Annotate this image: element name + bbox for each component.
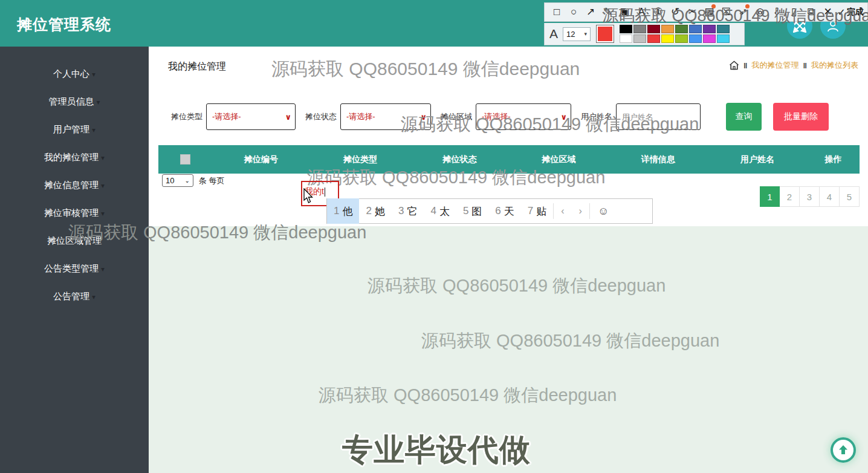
- sidebar-item-stall-region-mgmt[interactable]: 摊位区域管理: [0, 227, 149, 255]
- number-badge-tool-icon[interactable]: ①: [650, 3, 667, 21]
- record-tool-icon[interactable]: ◎: [751, 3, 768, 21]
- chevron-down-icon: ⌄: [185, 177, 190, 184]
- color-swatch[interactable]: [689, 25, 702, 33]
- color-swatch[interactable]: [661, 25, 674, 33]
- ime-candidate-7[interactable]: 7贴: [521, 198, 553, 224]
- color-swatch[interactable]: [647, 25, 660, 33]
- chevron-down-icon: ▾: [101, 154, 105, 162]
- color-swatch[interactable]: [717, 34, 730, 43]
- pagination-page-2[interactable]: 2: [780, 186, 800, 207]
- color-swatch[interactable]: [633, 34, 646, 43]
- stall-type-select[interactable]: -请选择- ∨: [206, 103, 296, 130]
- breadcrumb-link-stall-list[interactable]: 我的摊位列表: [811, 60, 858, 71]
- arrow-up-icon: [837, 444, 849, 456]
- ellipse-tool-icon[interactable]: ○: [565, 3, 582, 21]
- stall-region-select[interactable]: -请选择- ∨: [476, 103, 571, 130]
- chevron-down-icon: ▾: [92, 126, 96, 134]
- color-swatch[interactable]: [675, 25, 688, 33]
- chevron-down-icon: ▾: [101, 265, 105, 273]
- ime-candidate-2[interactable]: 2她: [359, 198, 391, 224]
- font-size-select[interactable]: 12 ▾: [563, 27, 591, 41]
- search-button[interactable]: 查询: [726, 103, 762, 131]
- ime-prev-button[interactable]: ‹: [554, 206, 571, 217]
- sidebar-item-label: 我的摊位管理: [44, 152, 99, 162]
- paste-tool-icon[interactable]: ▤: [701, 3, 717, 21]
- capture-done-button[interactable]: ✓ 完成: [838, 7, 864, 18]
- color-swatch[interactable]: [703, 34, 716, 43]
- ime-candidate-5[interactable]: 5图: [456, 198, 488, 224]
- color-swatch[interactable]: [633, 25, 646, 33]
- sidebar-item-label: 公告管理: [53, 291, 89, 301]
- column-header-username: 用户姓名: [708, 154, 807, 165]
- home-icon[interactable]: [729, 60, 739, 70]
- ime-candidate-4[interactable]: 4太: [424, 198, 456, 224]
- color-swatch[interactable]: [661, 34, 674, 43]
- text-style-toolbar: A 12 ▾: [544, 23, 745, 45]
- column-header-stall-no: 摊位编号: [212, 154, 311, 165]
- color-swatch[interactable]: [689, 34, 702, 43]
- select-all-checkbox[interactable]: [180, 154, 190, 165]
- sidebar-item-user-mgmt[interactable]: 用户管理▾: [0, 116, 149, 143]
- color-swatch[interactable]: [647, 34, 660, 43]
- device-tool-icon[interactable]: ▯: [785, 3, 802, 21]
- rectangle-tool-icon[interactable]: □: [548, 3, 565, 21]
- download-tool-icon[interactable]: ⇩: [768, 3, 785, 21]
- batch-delete-button[interactable]: 批量删除: [773, 103, 829, 131]
- filter-label-status: 摊位状态: [305, 111, 337, 122]
- scissors-tool-icon[interactable]: ✂: [684, 3, 701, 21]
- arrow-tool-icon[interactable]: ↗: [582, 3, 599, 21]
- text-tool-icon[interactable]: A: [633, 3, 650, 21]
- sidebar-item-stall-info-mgmt[interactable]: 摊位信息管理▾: [0, 171, 149, 199]
- undo-icon[interactable]: ↺: [667, 3, 684, 21]
- select-value: -请选择-: [346, 111, 375, 122]
- notification-dot: [711, 4, 716, 8]
- pagination-page-4[interactable]: 4: [820, 186, 840, 207]
- sidebar-item-my-stall-mgmt[interactable]: 我的摊位管理▾: [0, 143, 149, 171]
- ime-next-button[interactable]: ›: [572, 206, 589, 217]
- sidebar-item-admin-info[interactable]: 管理员信息▾: [0, 88, 149, 116]
- sidebar-item-label: 摊位区域管理: [47, 235, 102, 246]
- column-header-detail-info: 详情信息: [609, 154, 708, 165]
- ime-candidate-3[interactable]: 3它: [392, 198, 424, 224]
- sidebar-item-stall-audit-mgmt[interactable]: 摊位审核管理▾: [0, 199, 149, 227]
- check-icon: ✓: [838, 7, 846, 18]
- pagination-page-1[interactable]: 1: [760, 186, 780, 207]
- ime-candidate-1[interactable]: 1他: [327, 198, 359, 224]
- watermark: 源码获取 QQ86050149 微信deepguan: [271, 57, 580, 82]
- color-palette: [620, 25, 730, 43]
- color-swatch[interactable]: [620, 25, 632, 33]
- username-input[interactable]: [616, 103, 701, 130]
- breadcrumb-link-stall-mgmt[interactable]: 我的摊位管理: [752, 60, 799, 71]
- per-page-select[interactable]: 10 ⌄: [162, 174, 193, 187]
- marker-tool-icon[interactable]: ▣: [616, 3, 633, 21]
- copy-tool-icon[interactable]: ⧉: [802, 3, 819, 21]
- stall-status-select[interactable]: -请选择- ∨: [340, 103, 431, 130]
- breadcrumb-separator: ‖: [743, 61, 747, 70]
- table-header-row: 摊位编号 摊位类型 摊位状态 摊位区域 详情信息 用户姓名 操作: [158, 145, 860, 174]
- sidebar-item-notice-type-mgmt[interactable]: 公告类型管理▾: [0, 255, 149, 282]
- color-swatch[interactable]: [703, 25, 716, 33]
- color-swatch[interactable]: [620, 34, 632, 43]
- back-to-top-button[interactable]: [831, 437, 856, 463]
- cancel-capture-icon[interactable]: ✕: [820, 3, 837, 21]
- chevron-down-icon: ∨: [420, 113, 427, 122]
- app-title: 摊位管理系统: [17, 15, 111, 34]
- select-value: -请选择-: [212, 111, 241, 122]
- ime-emoji-button[interactable]: ☺: [590, 205, 617, 218]
- filter-label-type: 摊位类型: [171, 111, 202, 122]
- pagination-page-5[interactable]: 5: [840, 186, 860, 207]
- sidebar-item-notice-mgmt[interactable]: 公告管理▾: [0, 282, 149, 310]
- mosaic-tool-icon[interactable]: ☒: [717, 3, 734, 21]
- select-value: -请选择-: [482, 111, 511, 122]
- notification-dot: [745, 4, 750, 8]
- color-swatch[interactable]: [675, 34, 688, 43]
- color-swatch[interactable]: [717, 25, 730, 33]
- sidebar-item-label: 个人中心: [53, 68, 89, 79]
- current-color-swatch[interactable]: [596, 25, 614, 43]
- per-page-value: 10: [166, 176, 174, 185]
- ime-candidate-6[interactable]: 6天: [488, 198, 520, 224]
- sidebar-item-personal-center[interactable]: 个人中心▾: [0, 60, 149, 88]
- pen-tool-icon[interactable]: ✎: [599, 3, 616, 21]
- pin-tool-icon[interactable]: ➶: [734, 3, 751, 21]
- pagination-page-3[interactable]: 3: [800, 186, 820, 207]
